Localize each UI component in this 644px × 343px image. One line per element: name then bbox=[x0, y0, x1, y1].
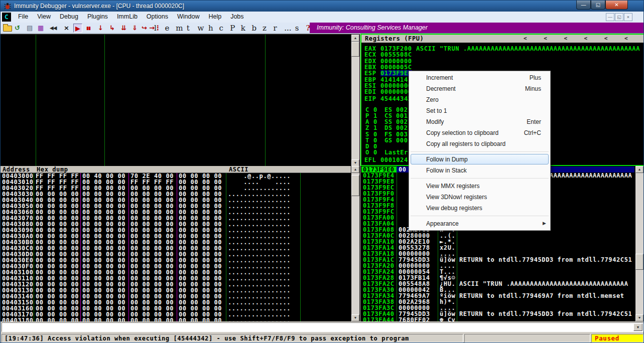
menu-options[interactable]: Options bbox=[142, 12, 173, 23]
registers-pane-collapse-icon[interactable]: < bbox=[564, 36, 567, 42]
disassembly-panel[interactable]: ▲ ▼ bbox=[1, 34, 360, 166]
stack-row[interactable]: 0173FA447680FF02☻ Çv bbox=[360, 317, 635, 321]
dump-header-hexdump[interactable]: Hex dump bbox=[37, 166, 68, 173]
register-name: EFL bbox=[364, 157, 376, 163]
context-menu-item-appearance[interactable]: Appearance▶ bbox=[409, 218, 550, 229]
context-menu-item-zero[interactable]: Zero bbox=[409, 94, 550, 105]
stack-value: 7680FF02 bbox=[399, 317, 430, 321]
scroll-down-icon[interactable]: ▼ bbox=[351, 314, 359, 321]
dump-header-ascii[interactable]: ASCII bbox=[229, 166, 248, 173]
toolbar-letter-e[interactable]: e bbox=[165, 24, 170, 33]
menu-immlib[interactable]: ImmLib bbox=[112, 12, 142, 23]
menu-window[interactable]: Window bbox=[173, 12, 204, 23]
context-menu-item-view-3dnow-registers[interactable]: View 3DNow! registers bbox=[409, 192, 550, 203]
register-row-edx[interactable]: EDX00000000 bbox=[361, 58, 642, 64]
toolbar: ↺▤▦◀◀×▶▮▮↓↳⇊⇓↪→⋮ lemtwhcPkbzr...s? Immun… bbox=[1, 23, 643, 34]
context-menu-item-view-mmx-registers[interactable]: View MMX registers bbox=[409, 181, 550, 192]
toolbar-letter-m[interactable]: m bbox=[176, 24, 183, 33]
toolbar-letter-w[interactable]: w bbox=[197, 24, 204, 33]
toolbar-letter-dotsdotsdots[interactable]: ... bbox=[284, 24, 291, 33]
menu-plugins[interactable]: Plugins bbox=[83, 12, 112, 23]
dump-scrollbar[interactable]: ▲ ▼ bbox=[351, 166, 359, 321]
toolbar-letter-r[interactable]: r bbox=[274, 24, 277, 33]
register-value: 00000000 bbox=[380, 89, 412, 95]
dump-address: 00403180 bbox=[2, 317, 34, 321]
menu-item-shortcut: Ctrl+C bbox=[524, 129, 541, 136]
menu-view[interactable]: View bbox=[33, 12, 55, 23]
registers-pane-collapse-icon[interactable]: < bbox=[624, 36, 628, 42]
immunity-logo-icon[interactable]: C bbox=[2, 13, 11, 22]
open-file-icon[interactable] bbox=[3, 26, 12, 32]
title-bar: Immunity Debugger - vulnserver.exe - [CP… bbox=[1, 1, 643, 12]
menu-item-shortcut: Minus bbox=[525, 85, 541, 92]
scrollbar-thumb[interactable] bbox=[351, 42, 359, 57]
toolbar-letter-P[interactable]: P bbox=[230, 24, 235, 33]
toolbar-letter-t[interactable]: t bbox=[187, 24, 190, 33]
register-row-eax[interactable]: EAX0173F200ASCII "TRUN .AAAAAAAAAAAAAAAA… bbox=[361, 46, 642, 52]
command-bar[interactable]: ▼ bbox=[2, 322, 643, 332]
menu-file[interactable]: File bbox=[14, 12, 33, 23]
disasm-scrollbar[interactable]: ▲ ▼ bbox=[351, 35, 359, 166]
toolbar-letter-z[interactable]: z bbox=[263, 24, 267, 33]
dump-row[interactable]: 0040318000 00 00 0000 00 00 0000 00 00 0… bbox=[1, 317, 351, 321]
stack-comment: RETURN to ntdll.779469A7 from ntdll.mems… bbox=[459, 293, 624, 299]
mdi-close-button[interactable]: × bbox=[624, 13, 632, 21]
context-menu-item-view-debug-registers[interactable]: View debug registers bbox=[409, 203, 550, 214]
scroll-up-icon[interactable]: ▲ bbox=[351, 35, 359, 42]
mdi-minimize-button[interactable]: — bbox=[606, 13, 614, 21]
register-row-ebx[interactable]: EBX0000005C bbox=[361, 64, 642, 70]
context-menu-item-copy-all-registers-to-clipboard[interactable]: Copy all registers to clipboard bbox=[409, 138, 550, 149]
scroll-down-icon[interactable]: ▼ bbox=[635, 314, 643, 321]
animate-over-icon[interactable]: ⇓ bbox=[132, 24, 138, 33]
menu-item-label: View 3DNow! registers bbox=[426, 194, 487, 201]
scrollbar-thumb[interactable] bbox=[351, 175, 359, 196]
pause-icon[interactable]: ▮▮ bbox=[86, 24, 90, 33]
run-icon[interactable]: ▶ bbox=[73, 24, 82, 33]
scrollbar-thumb[interactable] bbox=[635, 254, 643, 270]
mdi-restore-button[interactable]: ◱ bbox=[615, 13, 623, 21]
register-row-ecx[interactable]: ECX0055508C bbox=[361, 52, 642, 58]
registers-pane-collapse-icon[interactable]: < bbox=[524, 36, 527, 42]
context-menu-item-copy-selection-to-clipboard[interactable]: Copy selection to clipboardCtrl+C bbox=[409, 127, 550, 138]
context-menu-item-set-to-1[interactable]: Set to 1 bbox=[409, 105, 550, 116]
toolbar-letter-c[interactable]: c bbox=[219, 24, 223, 33]
stack-address: 0173FA44 bbox=[363, 317, 395, 321]
registers-pane-collapse-icon[interactable]: < bbox=[604, 36, 608, 42]
registers-pane-collapse-icon[interactable]: < bbox=[544, 36, 547, 42]
step-over-icon[interactable]: ↳ bbox=[109, 24, 115, 33]
context-menu-item-decrement[interactable]: DecrementMinus bbox=[409, 83, 550, 94]
animate-into-icon[interactable]: ⇊ bbox=[121, 24, 126, 33]
toolbar-letter-k[interactable]: k bbox=[241, 24, 245, 33]
command-dropdown-icon[interactable]: ▼ bbox=[633, 323, 642, 331]
step-into-icon[interactable]: ↓ bbox=[98, 24, 103, 33]
toolbar-letter-l[interactable]: l bbox=[154, 24, 157, 33]
toolbar-letter-b[interactable]: b bbox=[251, 24, 256, 33]
toolbar-letter-s[interactable]: s bbox=[295, 24, 299, 33]
context-menu-item-follow-in-stack[interactable]: Follow in Stack bbox=[409, 165, 550, 176]
toolbar-letter-h[interactable]: h bbox=[208, 24, 213, 33]
execute-till-return-icon[interactable]: ↪ bbox=[142, 24, 147, 33]
kaleidoscope-icon[interactable]: ▦ bbox=[38, 24, 44, 33]
context-menu-item-increment[interactable]: IncrementPlus bbox=[409, 72, 550, 83]
scroll-up-icon[interactable]: ▲ bbox=[635, 166, 643, 173]
rewind-icon[interactable]: ◀◀ bbox=[50, 24, 56, 33]
registers-pane-collapse-icon[interactable]: < bbox=[584, 36, 588, 42]
menu-debug[interactable]: Debug bbox=[55, 12, 83, 23]
scroll-down-icon[interactable]: ▼ bbox=[351, 159, 359, 166]
hex-dump-panel[interactable]: 00403000FF FF FF FF00 40 00 0070 2E 40 0… bbox=[1, 166, 360, 321]
close-button[interactable]: ✕ bbox=[605, 1, 628, 10]
restart-icon[interactable]: ↺ bbox=[15, 24, 20, 33]
menu-jobs[interactable]: Jobs bbox=[226, 12, 248, 23]
scroll-up-icon[interactable]: ▲ bbox=[351, 166, 359, 173]
context-menu-item-modify[interactable]: ModifyEnter bbox=[409, 116, 550, 127]
minimize-button[interactable]: — bbox=[576, 1, 591, 10]
restore-button[interactable]: ◱ bbox=[591, 1, 605, 10]
menu-help[interactable]: Help bbox=[204, 12, 226, 23]
stack-scrollbar[interactable]: ▲ ▼ bbox=[635, 166, 643, 321]
dump-header-address[interactable]: Address bbox=[3, 166, 30, 173]
context-menu-item-follow-in-dump[interactable]: Follow in Dump bbox=[409, 154, 550, 165]
close-program-icon[interactable]: × bbox=[64, 24, 69, 33]
menu-item-label: Copy all registers to clipboard bbox=[426, 140, 505, 147]
windows-list-icon[interactable]: ▤ bbox=[27, 24, 33, 33]
flag-name: O bbox=[365, 149, 369, 155]
